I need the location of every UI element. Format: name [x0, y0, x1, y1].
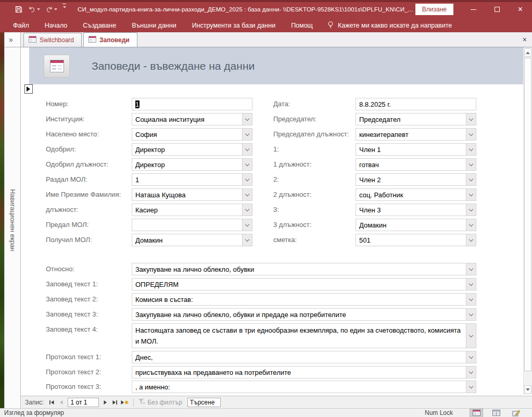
combo-dropdown-button[interactable]: [466, 294, 476, 305]
field-combo[interactable]: Комисия в състав:: [132, 293, 476, 306]
form-view-button[interactable]: [470, 409, 483, 417]
save-icon[interactable]: [15, 4, 23, 15]
combo-dropdown-button[interactable]: [242, 144, 252, 155]
tab-switchboard[interactable]: Switchboard: [23, 33, 82, 47]
undo-dropdown-icon[interactable]: [37, 8, 40, 10]
combo-dropdown-button[interactable]: [242, 219, 252, 231]
last-record-button[interactable]: [110, 398, 120, 407]
scroll-down-button[interactable]: [524, 385, 531, 394]
combo-dropdown-button[interactable]: [242, 234, 252, 246]
ribbon-tab-2[interactable]: Начало: [37, 19, 75, 32]
combo-dropdown-button[interactable]: [466, 144, 476, 155]
login-button[interactable]: Влизане: [415, 4, 453, 15]
field-combo[interactable]: Наташа Кущова: [132, 188, 252, 201]
field-label: Раздал МОЛ:: [46, 175, 87, 183]
customize-quick-access-icon[interactable]: [62, 4, 66, 15]
combo-dropdown-button[interactable]: [466, 219, 476, 231]
chevron-down-icon: [469, 192, 473, 196]
field-combo[interactable]: Днес,: [132, 351, 476, 363]
field-combo[interactable]: Касиер: [132, 204, 252, 216]
combo-dropdown-button[interactable]: [466, 324, 476, 348]
combo-dropdown-button[interactable]: [242, 113, 252, 125]
ribbon-tab-1[interactable]: Файл: [5, 19, 37, 32]
record-search-input[interactable]: [187, 398, 221, 407]
field-label: 2 длъжност:: [273, 191, 311, 198]
expand-nav-pane-icon[interactable]: »: [9, 35, 13, 44]
field-combo[interactable]: Член 3: [356, 204, 476, 216]
combo-dropdown-button[interactable]: [466, 189, 476, 200]
minimize-button[interactable]: [462, 0, 485, 19]
combo-dropdown-button[interactable]: [466, 309, 476, 320]
field-combo[interactable]: 1: [132, 173, 252, 186]
combo-dropdown-button[interactable]: [466, 113, 476, 125]
combo-dropdown-button[interactable]: [466, 381, 476, 393]
field-label: Заповед текст 4:: [46, 325, 98, 333]
field-combo[interactable]: готвач: [356, 158, 476, 171]
undo-icon[interactable]: [28, 4, 40, 15]
scrollbar-thumb[interactable]: [524, 58, 531, 371]
ribbon-tab-6[interactable]: Помощ: [283, 19, 321, 32]
navigation-pane-collapsed[interactable]: » Навигационен екран: [4, 32, 21, 408]
field-textbox[interactable]: 1: [132, 98, 252, 110]
field-combo[interactable]: Закупуване на лично облекло, обувки и пр…: [132, 308, 476, 321]
combo-dropdown-button[interactable]: [466, 279, 476, 290]
combo-dropdown-button[interactable]: [466, 159, 476, 170]
field-combo[interactable]: Директор: [132, 143, 252, 156]
combo-dropdown-button[interactable]: [466, 234, 476, 246]
tell-me-box[interactable]: Кажете ми какво искате да направите: [327, 21, 452, 30]
datasheet-view-button[interactable]: [489, 409, 503, 417]
next-record-button[interactable]: [101, 398, 110, 407]
maximize-button[interactable]: [485, 0, 509, 19]
combo-dropdown-button[interactable]: [466, 129, 476, 140]
combo-dropdown-button[interactable]: [466, 367, 476, 378]
combo-dropdown-button[interactable]: [242, 159, 252, 170]
combo-dropdown-button[interactable]: [242, 189, 252, 200]
field-combo[interactable]: Закупуване на лично облекло, обувки: [132, 263, 476, 275]
field-combo[interactable]: Социална институция: [132, 113, 252, 125]
record-position-box[interactable]: [68, 398, 99, 407]
field-label: Заповед текст 1:: [46, 280, 98, 288]
close-button[interactable]: ×: [509, 0, 532, 19]
record-selector[interactable]: [24, 84, 33, 94]
field-value: Настоящата заповед се състави в три едно…: [132, 324, 466, 348]
tab-zapovedi[interactable]: Заповеди: [83, 32, 137, 47]
field-combo[interactable]: 501: [356, 234, 476, 246]
redo-dropdown-icon[interactable]: [54, 8, 57, 10]
field-combo[interactable]: ОПРЕДЕЛЯМ: [132, 278, 476, 290]
field-textbox[interactable]: 8.8.2025 г.: [356, 98, 476, 110]
field-combo[interactable]: кинезитерапевт: [356, 128, 476, 141]
redo-icon[interactable]: [45, 4, 57, 15]
layout-view-button[interactable]: [509, 409, 523, 417]
close-tab-icon[interactable]: ×: [517, 35, 532, 44]
new-record-button[interactable]: [120, 398, 129, 407]
ribbon-tab-3[interactable]: Създаване: [75, 19, 124, 32]
scroll-up-button[interactable]: [524, 48, 531, 57]
field-combo[interactable]: [132, 219, 252, 231]
text-cursor: [139, 100, 140, 108]
field-combo[interactable]: Член 2: [356, 173, 476, 186]
field-combo[interactable]: Настоящата заповед се състави в три едно…: [132, 323, 476, 348]
ribbon-tab-4[interactable]: Външни данни: [124, 19, 184, 32]
lightbulb-icon: [327, 21, 334, 30]
combo-dropdown-button[interactable]: [242, 129, 252, 140]
field-combo[interactable]: Домакин: [132, 234, 252, 246]
combo-dropdown-button[interactable]: [466, 263, 476, 275]
combo-dropdown-button[interactable]: [466, 351, 476, 363]
field-combo[interactable]: , а именно:: [132, 381, 476, 393]
combo-dropdown-button[interactable]: [242, 204, 252, 216]
field-combo[interactable]: София: [132, 128, 252, 141]
combo-dropdown-button[interactable]: [466, 174, 476, 185]
chevron-down-icon: [469, 116, 473, 120]
field-combo[interactable]: Директор: [132, 158, 252, 171]
field-combo[interactable]: соц. Работник: [356, 188, 476, 201]
field-combo[interactable]: Председател: [356, 113, 476, 125]
combo-dropdown-button[interactable]: [242, 174, 252, 185]
field-combo[interactable]: Член 1: [356, 143, 476, 156]
field-combo[interactable]: присъствуваха на предаването на потребит…: [132, 366, 476, 378]
field-combo[interactable]: Домакин: [356, 219, 476, 231]
ribbon-tab-5[interactable]: Инструменти за бази данни: [184, 19, 283, 32]
vertical-scrollbar[interactable]: [523, 47, 532, 395]
first-record-button[interactable]: [47, 398, 56, 407]
combo-dropdown-button[interactable]: [466, 204, 476, 216]
previous-record-button[interactable]: [56, 398, 66, 407]
